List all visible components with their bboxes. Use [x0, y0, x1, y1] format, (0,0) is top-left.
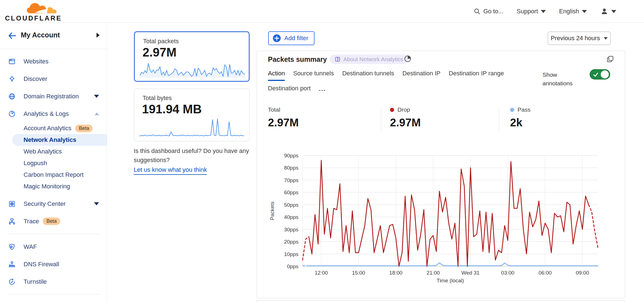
sidebar-item-discover[interactable]: Discover — [0, 70, 107, 88]
tab-destination-tunnels[interactable]: Destination tunnels — [342, 70, 394, 81]
show-annotations-toggle[interactable] — [590, 69, 610, 80]
user-icon — [600, 7, 608, 16]
caret-down-icon — [541, 10, 546, 13]
stats-divider — [499, 108, 499, 132]
sidebar-item-turnstile[interactable]: Turnstile — [0, 273, 107, 290]
feedback-link[interactable]: Let us know what you think — [134, 165, 207, 175]
beta-badge: Beta — [43, 217, 60, 225]
cloudflare-logo[interactable]: CLOUDFLARE — [5, 2, 52, 22]
sidebar-item-carbon-impact-report[interactable]: Carbon Impact Report — [0, 169, 107, 181]
legend-dot-pass — [510, 108, 514, 112]
about-network-analytics-badge[interactable]: About Network Analytics — [329, 55, 408, 64]
stat-total: Total2.97M — [268, 106, 299, 129]
caret-down-icon — [582, 10, 587, 13]
sidebar-item-partial[interactable] — [0, 298, 107, 302]
sidebar-divider — [7, 234, 100, 234]
sidebar-item-web-analytics[interactable]: Web Analytics — [0, 146, 107, 157]
caret-up-icon — [95, 112, 99, 115]
rotate-check-icon — [8, 278, 16, 285]
sidebar-item-label: Websites — [24, 58, 49, 65]
language-menu[interactable]: English — [559, 8, 587, 15]
svg-text:30pps: 30pps — [284, 227, 298, 232]
sidebar-item-label: Domain Registration — [24, 93, 79, 100]
dimension-tabs: ActionSource tunnelsDestination tunnelsD… — [268, 70, 545, 95]
total-packets-sparkline — [139, 58, 246, 79]
sidebar-item-label: Trace — [24, 218, 39, 225]
tab-destination-ip[interactable]: Destination IP — [402, 70, 440, 81]
caret-down-icon — [94, 202, 99, 205]
stat-pass: Pass2k — [510, 106, 531, 129]
add-filter-label: Add filter — [284, 35, 308, 42]
sidebar-item-label: Network Analytics — [24, 136, 76, 144]
stat-label: Pass — [518, 106, 531, 113]
svg-text:09:00: 09:00 — [576, 270, 589, 276]
svg-text:70pps: 70pps — [284, 177, 298, 183]
next-panel-edge — [257, 300, 625, 302]
stat-value: 2k — [510, 116, 531, 129]
svg-text:18:00: 18:00 — [389, 270, 403, 276]
packets-summary-panel: Packets summary About Network Analytics … — [257, 51, 625, 298]
svg-text:03:00: 03:00 — [501, 270, 514, 276]
panel-title: Packets summary — [268, 55, 327, 63]
sidebar-divider — [7, 294, 100, 295]
add-filter-button[interactable]: Add filter — [268, 31, 315, 45]
svg-text:21:00: 21:00 — [427, 270, 440, 276]
show-annotations-label: Show annotations — [542, 70, 584, 88]
sidebar-item-label: Discover — [24, 75, 47, 83]
beta-badge: Beta — [75, 125, 93, 132]
legend-dot-drop — [390, 108, 394, 112]
tabs-overflow-button[interactable]: ... — [319, 85, 326, 95]
chevron-right-icon[interactable] — [97, 33, 100, 38]
sidebar-item-magic-monitoring[interactable]: Magic Monitoring — [0, 181, 107, 192]
svg-text:15:00: 15:00 — [352, 270, 365, 276]
svg-text:90pps: 90pps — [284, 153, 298, 158]
tab-destination-ip-range[interactable]: Destination IP range — [449, 70, 504, 81]
stat-label: Drop — [397, 106, 410, 113]
support-menu[interactable]: Support — [517, 8, 546, 15]
packets-time-series-chart: 0pps10pps20pps30pps40pps50pps60pps70pps8… — [257, 144, 625, 284]
shield-gear-icon — [8, 243, 16, 250]
account-header: My Account — [0, 23, 107, 49]
sidebar-item-security-center[interactable]: Security Center — [0, 195, 107, 213]
sidebar-item-dns-firewall[interactable]: DNS Firewall — [0, 255, 107, 273]
plus-circle-icon — [273, 34, 281, 42]
safe-icon — [8, 200, 16, 208]
sidebar-item-websites[interactable]: Websites — [0, 53, 107, 70]
globe-icon — [8, 93, 16, 100]
tab-action[interactable]: Action — [268, 70, 285, 81]
duplicate-icon[interactable] — [606, 55, 614, 63]
tab-source-tunnels[interactable]: Source tunnels — [293, 70, 334, 81]
stat-value: 2.97M — [390, 116, 421, 129]
sidebar-item-analytics-logs[interactable]: Analytics & Logs — [0, 105, 107, 122]
sidebar-item-label: Carbon Impact Report — [24, 171, 83, 178]
search-icon — [473, 8, 481, 15]
sidebar-nav: WebsitesDiscoverDomain RegistrationAnaly… — [0, 49, 107, 302]
sidebar-item-label: Web Analytics — [24, 148, 62, 155]
sidebar-item-account-analytics[interactable]: Account AnalyticsBeta — [0, 122, 107, 134]
svg-text:40pps: 40pps — [284, 214, 298, 220]
sidebar-item-label: Logpush — [24, 160, 47, 167]
sidebar-item-domain-registration[interactable]: Domain Registration — [0, 88, 107, 105]
sidebar-item-logpush[interactable]: Logpush — [0, 157, 107, 169]
top-header: CLOUDFLARE Go to... Support English — [0, 0, 644, 23]
total-bytes-card[interactable]: Total bytes 191.94 MB — [134, 89, 250, 141]
sidebar-item-waf[interactable]: WAF — [0, 238, 107, 255]
tab-destination-port[interactable]: Destination port — [268, 85, 311, 95]
trace-icon — [8, 218, 16, 225]
cloudflare-dashboard: { "header": { "logo_text": "CLOUDFLARE",… — [0, 0, 644, 302]
total-packets-card[interactable]: Total packets 2.97M — [134, 31, 250, 82]
total-bytes-title: Total bytes — [143, 94, 172, 102]
user-menu[interactable] — [600, 7, 616, 16]
back-arrow-icon[interactable] — [8, 32, 17, 40]
header-nav: Go to... Support English — [473, 0, 616, 23]
svg-text:60pps: 60pps — [284, 190, 298, 195]
sidebar-item-trace[interactable]: TraceBeta — [0, 213, 107, 230]
time-range-dropdown[interactable]: Previous 24 hours — [548, 32, 611, 45]
total-bytes-value: 191.94 MB — [142, 102, 202, 116]
goto-search[interactable]: Go to... — [473, 8, 503, 15]
svg-text:0pps: 0pps — [287, 263, 298, 269]
sidebar-item-network-analytics[interactable]: Network Analytics — [12, 134, 107, 146]
lightbulb-icon — [8, 75, 16, 83]
sidebar-item-label: WAF — [24, 243, 37, 250]
svg-text:20pps: 20pps — [284, 239, 298, 245]
